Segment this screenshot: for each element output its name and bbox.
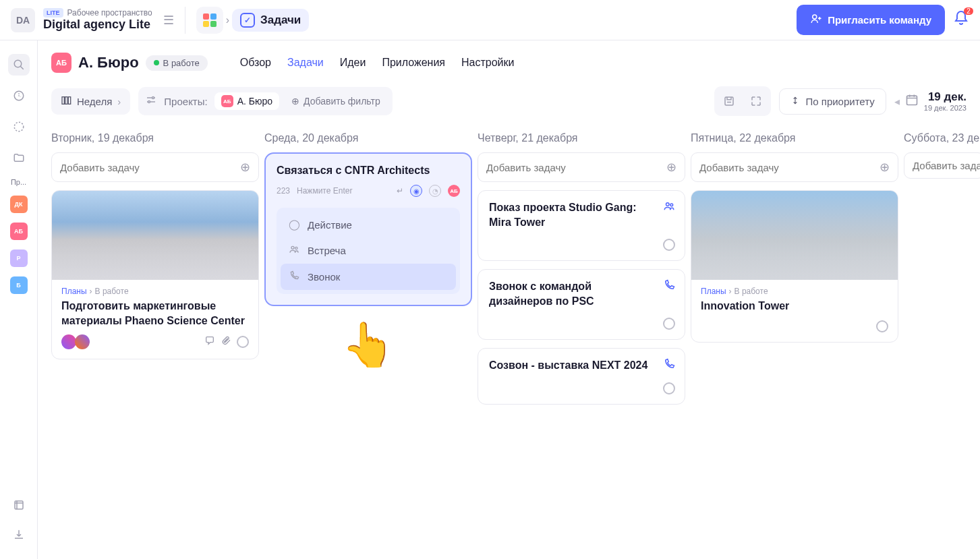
add-task-input[interactable]	[486, 162, 666, 173]
search-icon[interactable]	[8, 54, 30, 76]
comments-icon[interactable]	[204, 335, 215, 349]
type-icon[interactable]: ◉	[410, 185, 422, 197]
user-plus-icon	[810, 13, 822, 27]
plus-icon[interactable]: ⊕	[666, 160, 676, 175]
toolbar: Неделя › Проекты: АБ А. Бюро ⊕ Добавить …	[51, 86, 980, 116]
column-thursday: Четверг, 21 декабря ⊕ Показ проекта Stud…	[478, 132, 685, 413]
svg-point-13	[295, 247, 297, 249]
tab-ideas[interactable]: Идеи	[340, 57, 366, 69]
tab-settings[interactable]: Настройки	[461, 57, 514, 69]
enter-key-icon: ↵	[397, 186, 403, 196]
svg-point-8	[152, 97, 154, 99]
invite-button-label: Пригласить команду	[828, 14, 931, 26]
menu-icon[interactable]: ☰	[163, 13, 174, 28]
circle-icon: ◯	[289, 218, 301, 231]
card-breadcrumb[interactable]: Планы›В работе	[701, 287, 888, 296]
card-breadcrumb[interactable]: Планы›В работе	[61, 287, 249, 296]
task-card[interactable]: Показ проекта Studio Gang: Mira Tower	[478, 190, 685, 261]
tab-tasks[interactable]: Задачи	[287, 57, 324, 69]
workspace-avatar: DA	[11, 8, 35, 32]
assignee-avatar[interactable]	[75, 334, 90, 349]
attachment-icon[interactable]	[221, 335, 231, 349]
add-task-input[interactable]	[913, 160, 980, 171]
circle-icon[interactable]	[8, 116, 30, 138]
workspace-block[interactable]: DA LITE Рабочее пространство Digital age…	[11, 8, 152, 32]
task-card[interactable]: Звонок с командой дизайнеров по PSC	[478, 269, 685, 340]
svg-rect-4	[15, 501, 23, 509]
svg-rect-11	[906, 96, 917, 105]
plus-icon[interactable]: ⊕	[240, 160, 250, 175]
enter-hint: Нажмите Enter	[297, 186, 390, 196]
project-status-badge[interactable]: В работе	[146, 55, 208, 71]
view-selector[interactable]: Неделя ›	[51, 88, 130, 115]
action-type-meeting[interactable]: Встреча	[281, 237, 456, 264]
people-icon	[663, 200, 675, 215]
task-card[interactable]: Планы›В работе Innovation Tower	[691, 190, 898, 343]
add-task-row[interactable]: ⊕	[478, 152, 685, 182]
invite-button[interactable]: Пригласить команду	[797, 5, 945, 35]
layers-icon[interactable]	[8, 494, 30, 516]
status-circle[interactable]	[237, 336, 249, 348]
apps-nav-chip[interactable]	[196, 7, 223, 34]
card-image	[52, 191, 258, 280]
task-card[interactable]: Созвон - выставка NEXT 2024	[478, 348, 685, 405]
column-header: Среда, 20 декабря	[264, 132, 472, 144]
view-label: Неделя	[77, 96, 112, 107]
sidebar-project-3[interactable]: Р	[10, 249, 28, 267]
column-header: Суббота, 23 де	[904, 132, 980, 144]
sidebar-project-1[interactable]: ДК	[10, 196, 28, 213]
workspace-name: Digital agency Lite	[43, 18, 152, 32]
columns-icon	[61, 95, 71, 108]
project-filter-chip[interactable]: АБ А. Бюро	[214, 92, 279, 110]
assignee-avatar[interactable]: АБ	[448, 185, 460, 197]
column-wednesday: Среда, 20 декабря Связаться с CNTR Archi…	[264, 132, 472, 413]
tasks-nav-chip[interactable]: ✓ Задачи	[232, 9, 309, 32]
status-circle[interactable]	[663, 382, 675, 394]
filter-project-name: А. Бюро	[237, 96, 272, 107]
folder-icon[interactable]	[8, 147, 30, 169]
add-filter-button[interactable]: ⊕ Добавить фильтр	[286, 93, 386, 109]
notifications-button[interactable]: 2	[953, 10, 969, 30]
active-task-title[interactable]: Связаться с CNTR Architects	[277, 165, 460, 177]
active-task-card[interactable]: Связаться с CNTR Architects 223 Нажмите …	[264, 152, 472, 306]
date-main: 19 дек.	[924, 90, 967, 104]
sliders-icon[interactable]	[145, 94, 157, 109]
add-task-row[interactable]: ⊕	[51, 152, 259, 182]
clock-icon[interactable]: ◔	[429, 185, 441, 197]
add-task-input[interactable]	[699, 162, 880, 173]
save-view-icon[interactable]	[717, 89, 741, 113]
assignee-avatar[interactable]	[61, 334, 76, 349]
project-avatar: АБ	[51, 53, 71, 73]
svg-point-12	[291, 246, 294, 249]
action-type-action[interactable]: ◯ Действие	[281, 212, 456, 237]
project-status-label: В работе	[163, 58, 200, 68]
calendar-icon[interactable]	[905, 93, 919, 109]
plus-icon[interactable]: ⊕	[880, 160, 890, 175]
card-title: Подготовить маркетинговые материалы Phae…	[61, 299, 249, 328]
add-task-row[interactable]: ⊕	[691, 152, 898, 182]
sort-selector[interactable]: По приоритету	[779, 88, 886, 115]
add-task-row[interactable]	[904, 152, 980, 179]
action-type-call[interactable]: Звонок	[281, 264, 456, 290]
task-card[interactable]: Планы›В работе Подготовить маркетинговые…	[51, 190, 259, 359]
sidebar-section-label: Пр...	[11, 178, 26, 186]
tab-overview[interactable]: Обзор	[240, 57, 271, 69]
phone-icon	[663, 279, 675, 294]
left-sidebar: Пр... ДК АБ Р Б	[0, 40, 38, 559]
sort-label: По приоритету	[805, 96, 874, 107]
svg-rect-5	[62, 96, 64, 104]
add-filter-label: Добавить фильтр	[304, 96, 380, 107]
tab-apps[interactable]: Приложения	[382, 57, 445, 69]
sidebar-project-4[interactable]: Б	[10, 276, 28, 294]
time-icon[interactable]	[8, 85, 30, 107]
download-icon[interactable]	[8, 524, 30, 546]
column-saturday: Суббота, 23 де	[904, 132, 980, 413]
prev-arrow-icon[interactable]: ◂	[894, 95, 900, 108]
lite-badge: LITE	[43, 8, 63, 18]
add-task-input[interactable]	[60, 162, 240, 173]
status-circle[interactable]	[876, 320, 888, 332]
apps-grid-icon	[203, 13, 217, 27]
card-title: Innovation Tower	[701, 299, 888, 314]
expand-icon[interactable]	[744, 89, 768, 113]
sidebar-project-2[interactable]: АБ	[10, 223, 28, 240]
